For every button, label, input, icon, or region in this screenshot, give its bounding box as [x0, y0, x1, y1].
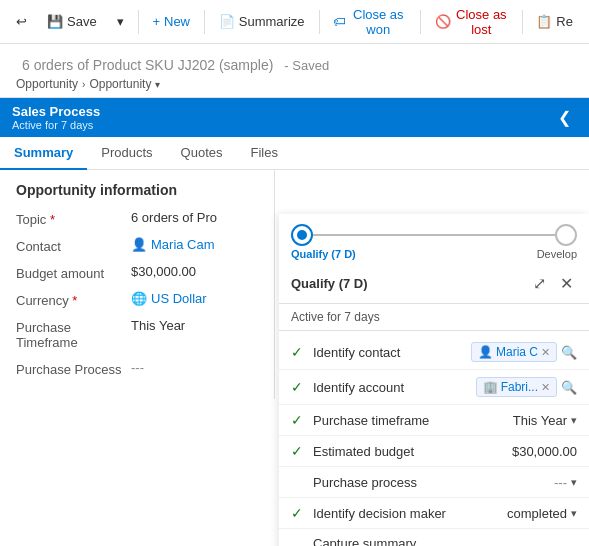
breadcrumb-separator: › [82, 79, 85, 90]
field-row-contact: Contact 👤 Maria Cam [16, 237, 258, 254]
save-dropdown-button[interactable]: ▾ [109, 10, 132, 33]
stage-labels: Qualify (7 D) Develop [279, 246, 589, 264]
remove-contact-tag[interactable]: ✕ [541, 346, 550, 359]
check-icon-contact: ✓ [291, 344, 307, 360]
check-value-account: 🏢 Fabri... ✕ 🔍 [476, 377, 577, 397]
topic-label: Topic [16, 210, 131, 227]
check-label-contact: Identify contact [313, 345, 465, 360]
check-label-budget: Estimated budget [313, 444, 506, 459]
contact-label: Contact [16, 237, 131, 254]
separator-3 [319, 10, 320, 34]
close-flyout-button[interactable]: ✕ [556, 272, 577, 295]
timeframe-label: Purchase Timeframe [16, 318, 131, 350]
tabs-row: Summary Products Quotes Files [0, 137, 589, 170]
check-estimated-budget: ✓ Estimated budget $30,000.00 [279, 436, 589, 467]
chevron-down-icon: ▾ [117, 14, 124, 29]
contact-value[interactable]: 👤 Maria Cam [131, 237, 258, 252]
flyout-header: Qualify (7 D) ⤢ ✕ [279, 264, 589, 304]
sales-process-bar: Sales Process Active for 7 days ❮ [0, 98, 589, 137]
tab-quotes[interactable]: Quotes [167, 137, 237, 170]
process-dropdown-button[interactable]: ▾ [571, 476, 577, 489]
currency-icon: 🌐 [131, 291, 147, 306]
timeframe-dropdown-button[interactable]: ▾ [571, 414, 577, 427]
breadcrumb: Opportunity › Opportunity ▾ [16, 77, 573, 91]
search-account-button[interactable]: 🔍 [561, 380, 577, 395]
develop-circle [555, 224, 577, 246]
remove-account-tag[interactable]: ✕ [541, 381, 550, 394]
rec-button[interactable]: 📋 Re [528, 10, 581, 33]
check-value-process: --- ▾ [554, 475, 577, 490]
currency-value[interactable]: 🌐 US Dollar [131, 291, 258, 306]
won-icon: 🏷 [333, 14, 346, 29]
flyout-title: Qualify (7 D) [291, 276, 368, 291]
stage-qualify [291, 224, 313, 246]
field-row-currency: Currency 🌐 US Dollar [16, 291, 258, 308]
check-value-contact: 👤 Maria C ✕ 🔍 [471, 342, 577, 362]
qualify-circle [291, 224, 313, 246]
right-panel: Qualify (7 D) Develop Qualify (7 D) ⤢ ✕ … [279, 214, 589, 546]
summarize-icon: 📄 [219, 14, 235, 29]
field-row-timeframe: Purchase Timeframe This Year [16, 318, 258, 350]
tab-files[interactable]: Files [236, 137, 291, 170]
check-value-timeframe: This Year ▾ [513, 413, 577, 428]
qualify-dot [297, 230, 307, 240]
active-days: Active for 7 days [279, 304, 589, 331]
section-title: Opportunity information [16, 182, 258, 198]
back-icon: ↩ [16, 14, 27, 29]
decision-dropdown-button[interactable]: ▾ [571, 507, 577, 520]
sales-process-subtitle: Active for 7 days [12, 119, 100, 131]
tab-products[interactable]: Products [87, 137, 166, 170]
check-purchase-timeframe: ✓ Purchase timeframe This Year ▾ [279, 405, 589, 436]
back-button[interactable]: ↩ [8, 10, 35, 33]
check-value-decision: completed ▾ [507, 506, 577, 521]
separator-2 [204, 10, 205, 34]
checklist: ✓ Identify contact 👤 Maria C ✕ 🔍 ✓ Ident… [279, 331, 589, 546]
check-label-process: Purchase process [313, 475, 548, 490]
page-header: 6 orders of Product SKU JJ202 (sample) -… [0, 44, 589, 98]
budget-label: Budget amount [16, 264, 131, 281]
expand-button[interactable]: ⤢ [529, 272, 550, 295]
separator-5 [522, 10, 523, 34]
check-label-timeframe: Purchase timeframe [313, 413, 507, 428]
check-value-budget: $30,000.00 [512, 444, 577, 459]
close-as-won-button[interactable]: 🏷 Close as won [325, 3, 414, 41]
page-title: 6 orders of Product SKU JJ202 (sample) -… [16, 54, 573, 75]
toolbar: ↩ 💾 Save ▾ + New 📄 Summarize 🏷 Close as … [0, 0, 589, 44]
save-button[interactable]: 💾 Save [39, 10, 105, 33]
check-label-capture: Capture summary [313, 536, 577, 546]
search-contact-button[interactable]: 🔍 [561, 345, 577, 360]
tag-building-icon: 🏢 [483, 380, 498, 394]
check-purchase-process: ✓ Purchase process --- ▾ [279, 467, 589, 498]
process-label: Purchase Process [16, 360, 131, 377]
person-icon: 👤 [131, 237, 147, 252]
new-button[interactable]: + New [144, 10, 198, 33]
budget-value[interactable]: $30,000.00 [131, 264, 258, 279]
sales-process-title: Sales Process [12, 104, 100, 119]
tag-person-icon: 👤 [478, 345, 493, 359]
check-icon-decision: ✓ [291, 505, 307, 521]
summarize-button[interactable]: 📄 Summarize [211, 10, 313, 33]
account-tag[interactable]: 🏢 Fabri... ✕ [476, 377, 557, 397]
collapse-button[interactable]: ❮ [552, 106, 577, 129]
develop-label: Develop [537, 248, 577, 260]
separator-4 [420, 10, 421, 34]
check-label-account: Identify account [313, 380, 470, 395]
contact-tag[interactable]: 👤 Maria C ✕ [471, 342, 557, 362]
check-identify-account: ✓ Identify account 🏢 Fabri... ✕ 🔍 [279, 370, 589, 405]
plus-icon: + [152, 14, 160, 29]
separator [138, 10, 139, 34]
stage-line [313, 234, 555, 236]
check-label-decision: Identify decision maker [313, 506, 501, 521]
topic-value[interactable]: 6 orders of Pro [131, 210, 258, 225]
check-icon-process: ✓ [291, 474, 307, 490]
timeframe-value[interactable]: This Year [131, 318, 258, 333]
flyout-actions: ⤢ ✕ [529, 272, 577, 295]
check-capture-summary-label: Capture summary [279, 529, 589, 546]
currency-label: Currency [16, 291, 131, 308]
process-value[interactable]: --- [131, 360, 258, 375]
close-as-lost-button[interactable]: 🚫 Close as lost [427, 3, 516, 41]
tab-summary[interactable]: Summary [0, 137, 87, 170]
stage-progress [279, 214, 589, 246]
check-decision-maker: ✓ Identify decision maker completed ▾ [279, 498, 589, 529]
save-icon: 💾 [47, 14, 63, 29]
